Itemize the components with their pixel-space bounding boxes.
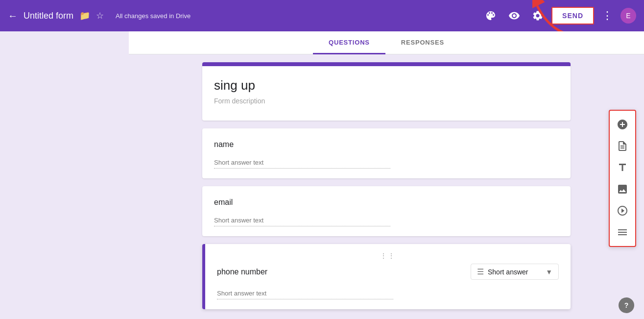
short-answer-input-phone[interactable] <box>217 288 393 299</box>
add-video-button[interactable] <box>613 201 632 221</box>
import-icon <box>617 140 628 152</box>
form-body: sing up Form description name email ⋮⋮ p… <box>129 54 644 317</box>
back-button[interactable]: ← <box>8 10 18 22</box>
title-icon <box>617 162 628 173</box>
add-title-button[interactable] <box>613 158 632 177</box>
add-question-button[interactable] <box>613 115 632 134</box>
gear-icon <box>532 10 544 22</box>
form-container: QUESTIONS RESPONSES sing up Form descrip… <box>129 31 644 319</box>
answer-type-text: Short answer <box>488 268 542 276</box>
image-icon <box>617 183 628 195</box>
palette-button[interactable] <box>481 6 501 25</box>
palette-icon <box>485 10 497 22</box>
header-right: SEND ⋮ E <box>481 6 636 25</box>
tabs-bar: QUESTIONS RESPONSES <box>129 31 644 54</box>
question-card-name: name <box>202 128 571 178</box>
settings-button[interactable] <box>528 6 548 25</box>
form-description[interactable]: Form description <box>214 97 559 105</box>
section-icon <box>617 226 628 238</box>
short-answer-input-email[interactable] <box>214 215 390 226</box>
video-icon <box>617 205 628 217</box>
drag-handle[interactable]: ⋮⋮ <box>217 252 559 260</box>
add-circle-icon <box>617 119 628 130</box>
app-header: ← Untitled form 📁 ☆ All changes saved in… <box>0 0 644 31</box>
avatar[interactable]: E <box>620 8 636 24</box>
add-image-button[interactable] <box>613 179 632 199</box>
answer-type-selector[interactable]: ☰ Short answer ▼ <box>471 264 559 280</box>
form-title-card: sing up Form description <box>202 62 571 121</box>
more-menu-button[interactable]: ⋮ <box>598 9 617 22</box>
left-area <box>0 31 129 319</box>
eye-icon <box>508 10 520 22</box>
question-label-name: name <box>214 140 559 149</box>
question-label-phone: phone number <box>217 268 471 276</box>
question-card-email: email <box>202 186 571 236</box>
folder-icon[interactable]: 📁 <box>79 10 90 21</box>
main-content: QUESTIONS RESPONSES sing up Form descrip… <box>0 31 644 319</box>
app-title: Untitled form <box>24 11 73 21</box>
phone-card-content: phone number ☰ Short answer ▼ <box>217 264 559 280</box>
import-questions-button[interactable] <box>613 136 632 156</box>
tab-responses[interactable]: RESPONSES <box>385 32 460 54</box>
question-card-phone: ⋮⋮ phone number ☰ Short answer ▼ <box>202 244 571 309</box>
add-section-button[interactable] <box>613 222 632 242</box>
send-button[interactable]: SEND <box>551 7 594 25</box>
star-icon[interactable]: ☆ <box>96 10 104 21</box>
short-answer-icon: ☰ <box>477 267 484 276</box>
preview-button[interactable] <box>504 6 524 25</box>
help-button[interactable]: ? <box>619 297 634 313</box>
short-answer-input-name[interactable] <box>214 157 390 169</box>
header-left: ← Untitled form 📁 ☆ All changes saved in… <box>8 10 481 22</box>
chevron-down-icon: ▼ <box>546 268 552 276</box>
saved-status: All changes saved in Drive <box>116 12 191 20</box>
form-title: sing up <box>214 78 559 93</box>
tab-questions[interactable]: QUESTIONS <box>313 32 385 54</box>
right-panel <box>609 110 636 247</box>
question-label-email: email <box>214 198 559 207</box>
